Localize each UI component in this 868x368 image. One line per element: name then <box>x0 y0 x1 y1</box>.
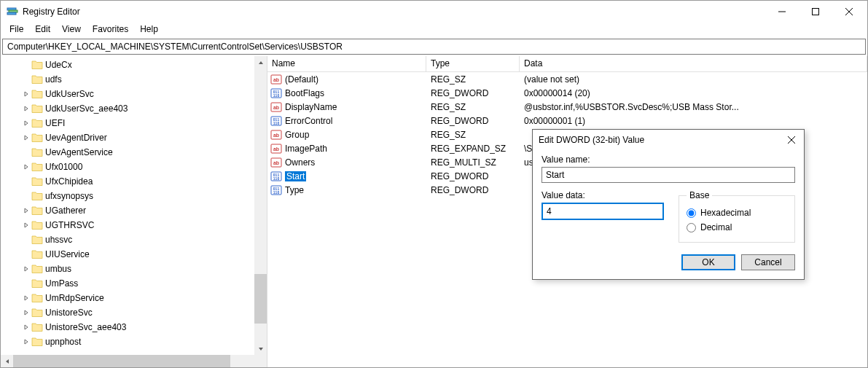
tree-item[interactable]: upnphost <box>31 334 267 349</box>
svg-rect-4 <box>813 9 819 15</box>
expander-icon[interactable] <box>21 310 31 316</box>
value-type: REG_EXPAND_SZ <box>426 144 520 154</box>
svg-text:110: 110 <box>273 190 280 195</box>
folder-icon <box>31 103 43 114</box>
hex-radio-row[interactable]: Hexadecimal <box>687 208 787 218</box>
expander-icon[interactable] <box>21 339 31 345</box>
tree-item[interactable]: UGatherer <box>31 203 267 218</box>
regedit-icon <box>7 6 18 17</box>
menubar: FileEditViewFavoritesHelp <box>1 23 867 37</box>
vertical-scrollbar[interactable] <box>254 56 267 355</box>
tree-item[interactable]: UevAgentDriver <box>31 130 267 145</box>
value-type: REG_DWORD <box>426 171 520 181</box>
tree-item[interactable]: uhssvc <box>31 232 267 247</box>
column-header-name[interactable]: Name <box>267 56 426 71</box>
address-bar[interactable]: Computer\HKEY_LOCAL_MACHINE\SYSTEM\Curre… <box>2 39 866 55</box>
dec-label: Decimal <box>700 222 732 232</box>
folder-icon <box>31 161 43 173</box>
folder-icon <box>31 146 43 158</box>
horizontal-scrollbar[interactable] <box>1 355 267 367</box>
tree-item[interactable]: UEFI <box>31 116 267 130</box>
menu-file[interactable]: File <box>4 23 29 37</box>
scroll-track[interactable] <box>254 68 267 342</box>
column-header-type[interactable]: Type <box>426 56 520 71</box>
tree-item[interactable]: UevAgentService <box>31 145 267 160</box>
dialog-close-button[interactable] <box>782 130 801 149</box>
value-name-input[interactable] <box>541 167 795 183</box>
tree-item[interactable]: UIUService <box>31 247 267 262</box>
svg-text:ab: ab <box>273 105 279 110</box>
ok-button[interactable]: OK <box>681 254 735 270</box>
value-name: (Default) <box>285 74 318 85</box>
svg-text:110: 110 <box>273 176 280 181</box>
base-fieldset: Base Hexadecimal Decimal <box>679 190 795 243</box>
folder-icon <box>31 59 43 71</box>
column-headers: Name Type Data <box>267 56 867 72</box>
svg-text:ab: ab <box>273 133 279 138</box>
expander-icon[interactable] <box>21 295 31 301</box>
expander-icon[interactable] <box>21 222 31 228</box>
expander-icon[interactable] <box>21 120 31 126</box>
tree-item-label: umbus <box>45 264 71 274</box>
expander-icon[interactable] <box>21 324 31 330</box>
tree-item[interactable]: Ufx01000 <box>31 160 267 174</box>
column-header-data[interactable]: Data <box>520 56 867 71</box>
value-type: REG_DWORD <box>426 88 520 98</box>
scroll-track-h[interactable] <box>13 355 254 367</box>
value-row[interactable]: 011110BootFlagsREG_DWORD0x00000014 (20) <box>267 86 867 100</box>
menu-edit[interactable]: Edit <box>29 23 56 37</box>
value-row[interactable]: abDisplayNameREG_SZ@usbstor.inf,%USBSTOR… <box>267 100 867 114</box>
tree-item[interactable]: UmPass <box>31 276 267 291</box>
tree-item[interactable]: UnistoreSvc <box>31 305 267 320</box>
close-button[interactable] <box>832 1 866 23</box>
hex-radio[interactable] <box>687 208 696 218</box>
svg-marker-15 <box>25 296 28 300</box>
string-value-icon: ab <box>270 74 282 85</box>
menu-favorites[interactable]: Favorites <box>87 23 134 37</box>
expander-icon[interactable] <box>21 135 31 141</box>
tree-item[interactable]: UfxChipidea <box>31 174 267 189</box>
tree-item-label: UdkUserSvc <box>45 89 94 99</box>
tree-item-label: upnphost <box>45 337 81 347</box>
dialog-title: Edit DWORD (32-bit) Value <box>539 135 782 145</box>
tree-item[interactable]: umbus <box>31 262 267 276</box>
tree-item[interactable]: UdeCx <box>31 58 267 72</box>
tree-item[interactable]: udfs <box>31 72 267 87</box>
scroll-down-arrow[interactable] <box>254 342 267 355</box>
expander-icon[interactable] <box>21 164 31 170</box>
expander-icon[interactable] <box>21 106 31 111</box>
tree-item[interactable]: UnistoreSvc_aee403 <box>31 320 267 334</box>
menu-view[interactable]: View <box>56 23 87 37</box>
scroll-thumb-h[interactable] <box>13 355 230 367</box>
tree-item[interactable]: UGTHRSVC <box>31 218 267 232</box>
tree-item-label: ufxsynopsys <box>45 191 93 201</box>
registry-tree[interactable]: UdeCxudfsUdkUserSvcUdkUserSvc_aee403UEFI… <box>1 56 267 351</box>
tree-item[interactable]: UdkUserSvc <box>31 87 267 101</box>
tree-item[interactable]: ufxsynopsys <box>31 189 267 203</box>
expander-icon[interactable] <box>21 208 31 214</box>
dec-radio[interactable] <box>687 223 696 232</box>
svg-rect-2 <box>7 12 16 15</box>
tree-item[interactable]: UmRdpService <box>31 291 267 305</box>
svg-marker-11 <box>25 165 28 169</box>
string-value-icon: ab <box>270 157 282 168</box>
value-data: 0x00000001 (1) <box>520 116 867 126</box>
scroll-up-arrow[interactable] <box>254 56 267 68</box>
cancel-button[interactable]: Cancel <box>741 254 795 270</box>
tree-item-label: UdeCx <box>45 60 72 70</box>
maximize-button[interactable] <box>799 1 832 23</box>
tree-item[interactable]: UdkUserSvc_aee403 <box>31 101 267 116</box>
minimize-button[interactable] <box>765 1 799 23</box>
value-row[interactable]: 011110ErrorControlREG_DWORD0x00000001 (1… <box>267 114 867 128</box>
expander-icon[interactable] <box>21 266 31 272</box>
scroll-left-arrow[interactable] <box>1 355 13 367</box>
menu-help[interactable]: Help <box>134 23 164 37</box>
value-data-input[interactable] <box>541 203 664 220</box>
dec-radio-row[interactable]: Decimal <box>687 222 787 232</box>
value-type: REG_DWORD <box>426 116 520 126</box>
folder-icon <box>31 307 43 318</box>
value-row[interactable]: ab(Default)REG_SZ(value not set) <box>267 72 867 86</box>
binary-value-icon: 011110 <box>270 115 282 127</box>
expander-icon[interactable] <box>21 91 31 97</box>
scroll-thumb[interactable] <box>254 274 267 324</box>
